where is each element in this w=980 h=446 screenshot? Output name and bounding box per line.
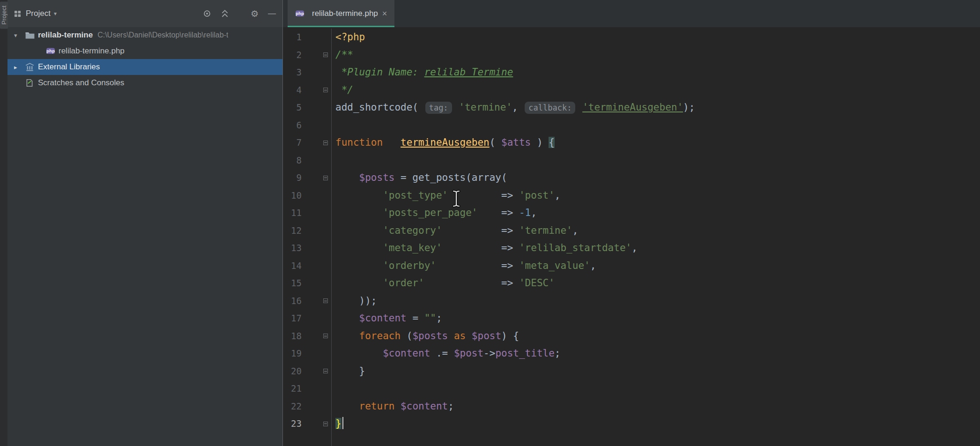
line-number: 14 <box>283 257 302 275</box>
editor-tab-bar: php relilab-termine.php × <box>283 0 980 27</box>
code-text <box>332 380 335 398</box>
code-line-14[interactable]: 14 'orderby' => 'meta_value', <box>283 257 980 275</box>
project-view-icon[interactable] <box>14 10 21 17</box>
line-number: 12 <box>283 222 302 240</box>
editor-tab-relilab-termine[interactable]: php relilab-termine.php × <box>288 0 394 27</box>
code-line-2[interactable]: 2/** <box>283 46 980 64</box>
line-number: 17 <box>283 310 302 327</box>
line-number: 5 <box>283 99 302 117</box>
code-text: foreach ($posts as $post) { <box>332 327 519 345</box>
gutter-fold-column <box>302 380 332 398</box>
collapse-all-icon[interactable] <box>221 9 229 18</box>
code-line-22[interactable]: 22 return $content; <box>283 398 980 416</box>
code-line-7[interactable]: 7function termineAusgeben( $atts ) { <box>283 134 980 152</box>
minimize-icon[interactable]: — <box>268 9 276 18</box>
line-number: 9 <box>283 169 302 187</box>
code-text: $posts = get_posts(array( <box>332 169 507 187</box>
code-text: return $content; <box>332 398 454 416</box>
tree-item-scratches-and-consoles[interactable]: Scratches and Consoles <box>7 75 282 91</box>
code-text: 'meta_key' => 'relilab_startdate', <box>332 239 638 257</box>
line-number: 7 <box>283 134 302 152</box>
code-empty-area[interactable] <box>283 433 980 446</box>
code-text: } <box>332 363 365 380</box>
code-line-15[interactable]: 15 'order' => 'DESC' <box>283 275 980 292</box>
code-text: 'category' => 'termine', <box>332 222 578 240</box>
code-editor[interactable]: 1<?php2/**3 *Plugin Name: relilab Termin… <box>283 27 980 446</box>
close-icon[interactable]: × <box>382 9 387 19</box>
line-number: 13 <box>283 239 302 257</box>
code-text: } <box>332 415 343 433</box>
code-line-10[interactable]: 10 'post_type' => 'post', <box>283 187 980 205</box>
line-number: 8 <box>283 152 302 170</box>
svg-text:php: php <box>296 11 304 16</box>
code-line-9[interactable]: 9 $posts = get_posts(array( <box>283 169 980 187</box>
line-number: 23 <box>283 415 302 433</box>
gutter-fold-column <box>302 415 332 433</box>
line-number: 19 <box>283 345 302 363</box>
code-line-20[interactable]: 20 } <box>283 363 980 380</box>
library-icon <box>25 63 38 71</box>
code-text: /** <box>332 46 353 64</box>
ide-window: Project Project ▾ <box>0 0 980 446</box>
code-line-17[interactable]: 17 $content = ""; <box>283 310 980 327</box>
tree-item-external-libraries[interactable]: ▸External Libraries <box>7 59 282 75</box>
fold-start-icon[interactable] <box>323 176 328 180</box>
chevron-down-icon[interactable]: ▾ <box>54 10 57 17</box>
line-number-spacer <box>283 433 302 446</box>
code-text: 'post_type' => 'post', <box>332 187 560 205</box>
code-line-23[interactable]: 23} <box>283 415 980 433</box>
fold-start-icon[interactable] <box>323 334 328 338</box>
code-line-11[interactable]: 11 'posts_per_page' => -1, <box>283 204 980 222</box>
chevron-down-icon[interactable]: ▾ <box>14 32 25 39</box>
gutter-fold-column <box>302 134 332 152</box>
tree-item-relilab-termine-folder[interactable]: ▾relilab-termineC:\Users\Daniel\Desktop\… <box>7 27 282 43</box>
code-line-4[interactable]: 4 */ <box>283 82 980 99</box>
code-line-21[interactable]: 21 <box>283 380 980 398</box>
project-tree: ▾relilab-termineC:\Users\Daniel\Desktop\… <box>7 27 282 446</box>
code-line-8[interactable]: 8 <box>283 152 980 170</box>
code-line-6[interactable]: 6 <box>283 117 980 134</box>
code-line-1[interactable]: 1<?php <box>283 29 980 46</box>
code-text: add_shortcode( tag: 'termine', callback:… <box>332 99 695 117</box>
tree-item-label: relilab-termine <box>38 30 93 40</box>
code-line-12[interactable]: 12 'category' => 'termine', <box>283 222 980 240</box>
code-line-13[interactable]: 13 'meta_key' => 'relilab_startdate', <box>283 239 980 257</box>
project-panel-title[interactable]: Project <box>26 9 51 18</box>
gutter-fold-column <box>302 222 332 240</box>
fold-end-icon[interactable] <box>323 369 328 373</box>
gutter-fold-column <box>302 46 332 64</box>
locate-file-icon[interactable] <box>203 9 211 18</box>
gutter-fold-column <box>302 292 332 310</box>
gutter-fold-column <box>302 345 332 363</box>
tree-item-relilab-termine-php[interactable]: phprelilab-termine.php <box>7 43 282 59</box>
gutter-fold-column <box>302 117 332 134</box>
code-text: function termineAusgeben( $atts ) { <box>332 134 555 152</box>
fold-end-icon[interactable] <box>323 88 328 92</box>
gutter-fold-column <box>302 187 332 205</box>
line-number: 18 <box>283 327 302 345</box>
project-panel: Project ▾ ⚙ — ▾relilab-termineC:\Use <box>7 0 282 446</box>
line-number: 3 <box>283 64 302 82</box>
code-text: *Plugin Name: relilab Termine <box>332 64 513 82</box>
active-tab-indicator <box>288 26 394 27</box>
fold-start-icon[interactable] <box>323 141 328 145</box>
code-line-19[interactable]: 19 $content .= $post->post_title; <box>283 345 980 363</box>
gutter-fold-column <box>302 152 332 170</box>
fold-start-icon[interactable] <box>323 52 328 57</box>
chevron-right-icon[interactable]: ▸ <box>14 64 25 71</box>
code-line-3[interactable]: 3 *Plugin Name: relilab Termine <box>283 64 980 82</box>
code-text <box>332 433 335 446</box>
php-icon: php <box>46 47 59 55</box>
line-number: 6 <box>283 117 302 134</box>
code-line-16[interactable]: 16 )); <box>283 292 980 310</box>
project-stripe-button[interactable]: Project <box>0 1 8 29</box>
left-tool-window-stripe: Project <box>0 0 7 446</box>
fold-end-icon[interactable] <box>323 422 328 426</box>
code-line-5[interactable]: 5add_shortcode( tag: 'termine', callback… <box>283 99 980 117</box>
code-text: 'order' => 'DESC' <box>332 275 555 292</box>
gear-icon[interactable]: ⚙ <box>251 8 259 19</box>
line-number: 11 <box>283 204 302 222</box>
fold-end-icon[interactable] <box>323 298 328 303</box>
folder-icon <box>25 31 38 39</box>
code-line-18[interactable]: 18 foreach ($posts as $post) { <box>283 327 980 345</box>
